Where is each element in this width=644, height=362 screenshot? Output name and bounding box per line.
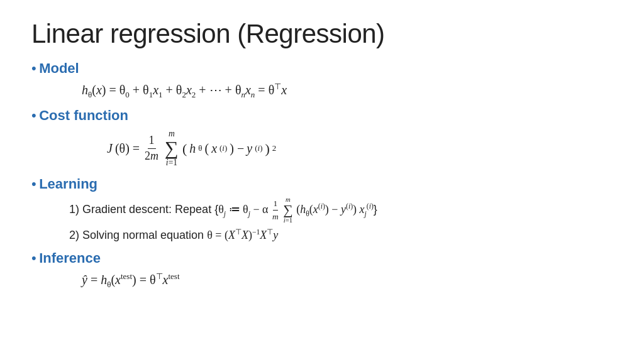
learning-item-1: 1) Gradient descent: Repeat {θj ≔ θj − α… bbox=[69, 196, 613, 224]
bullet-learning: • bbox=[31, 176, 36, 192]
cost-label: Cost function bbox=[39, 107, 128, 124]
page-title: Linear regression (Regression) bbox=[31, 19, 613, 49]
bullet-cost: • bbox=[31, 107, 36, 124]
model-formula: hθ(x) = θ0 + θ1x1 + θ2x2 + ⋯ + θnxn = θ⊤… bbox=[82, 80, 613, 101]
bullet-model: • bbox=[31, 60, 36, 77]
inference-formula: ŷ = hθ(xtest) = θ⊤xtest bbox=[82, 270, 613, 291]
cost-formula: J(θ) = 1 2m m ∑ i=1 ( hθ(x(i)) − y(i) )2 bbox=[107, 129, 613, 168]
inference-label: Inference bbox=[39, 250, 101, 266]
model-label: Model bbox=[39, 60, 79, 77]
bullet-inference: • bbox=[31, 250, 36, 266]
learning-item-2: 2) Solving normal equation θ = (X⊤X)−1X⊤… bbox=[69, 227, 613, 244]
learning-label: Learning bbox=[39, 176, 97, 192]
